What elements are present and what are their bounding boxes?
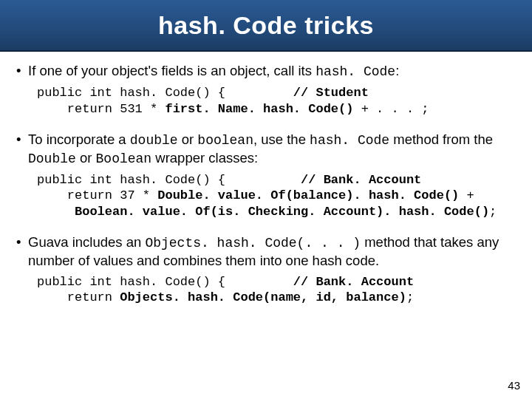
code-text: public int hash. Code() { bbox=[37, 275, 293, 289]
text: method from the bbox=[389, 132, 493, 147]
code-comment: // Bank. Account bbox=[301, 173, 421, 187]
inline-code: hash. Code bbox=[316, 64, 395, 79]
code-text: return bbox=[37, 290, 120, 304]
bullet-3-text: Guava includes an Objects. hash. Code(. … bbox=[28, 233, 516, 270]
code-text: ; bbox=[406, 290, 414, 304]
title-bar: hash. Code tricks bbox=[0, 0, 532, 52]
inline-code: Boolean bbox=[96, 151, 152, 166]
slide-title: hash. Code tricks bbox=[158, 11, 374, 40]
bullet-3: • Guava includes an Objects. hash. Code(… bbox=[16, 233, 516, 270]
bullet-1: • If one of your object's fields is an o… bbox=[16, 62, 516, 81]
code-block-1: public int hash. Code() { // Student ret… bbox=[37, 85, 516, 117]
code-text: + bbox=[459, 188, 474, 202]
code-text: return 37 * bbox=[37, 188, 157, 202]
text: To incorporate a bbox=[28, 132, 130, 147]
code-text: public int hash. Code() { bbox=[37, 86, 293, 100]
code-block-2: public int hash. Code() { // Bank. Accou… bbox=[37, 172, 516, 220]
text: Guava includes an bbox=[28, 234, 145, 250]
bullet-dot: • bbox=[16, 233, 28, 270]
code-text bbox=[37, 205, 75, 219]
text: , use the bbox=[253, 132, 310, 147]
page-number: 43 bbox=[508, 379, 520, 392]
code-comment: // Bank. Account bbox=[293, 275, 414, 289]
text: : bbox=[395, 63, 399, 78]
inline-code: Double bbox=[28, 151, 76, 166]
inline-code: Objects. hash. Code(. . . ) bbox=[145, 236, 361, 250]
inline-code: hash. Code bbox=[310, 133, 389, 148]
code-block-3: public int hash. Code() { // Bank. Accou… bbox=[37, 274, 516, 307]
bullet-2: • To incorporate a double or boolean, us… bbox=[16, 131, 516, 168]
text: or bbox=[178, 132, 198, 147]
code-bold: first. Name. hash. Code() bbox=[165, 102, 353, 116]
code-bold: Objects. hash. Code(name, id, balance) bbox=[120, 290, 406, 304]
text: If one of your object's fields is an obj… bbox=[28, 63, 316, 78]
bullet-2-text: To incorporate a double or boolean, use … bbox=[28, 131, 516, 168]
slide-body: • If one of your object's fields is an o… bbox=[0, 52, 532, 306]
code-text: return 531 * bbox=[37, 102, 165, 116]
code-text: public int hash. Code() { bbox=[37, 173, 301, 187]
bullet-dot: • bbox=[16, 131, 28, 168]
slide: hash. Code tricks • If one of your objec… bbox=[0, 0, 532, 399]
inline-code: boolean bbox=[197, 133, 253, 148]
bullet-dot: • bbox=[16, 62, 28, 81]
code-bold: Boolean. value. Of(is. Checking. Account… bbox=[75, 205, 489, 219]
code-bold: Double. value. Of(balance). hash. Code() bbox=[157, 188, 459, 202]
code-text: ; bbox=[489, 205, 497, 219]
code-comment: // Student bbox=[293, 86, 369, 100]
text: wrapper classes: bbox=[151, 150, 258, 166]
bullet-1-text: If one of your object's fields is an obj… bbox=[28, 62, 516, 81]
text: or bbox=[76, 150, 96, 166]
code-text: + . . . ; bbox=[353, 102, 429, 116]
inline-code: double bbox=[130, 133, 178, 148]
